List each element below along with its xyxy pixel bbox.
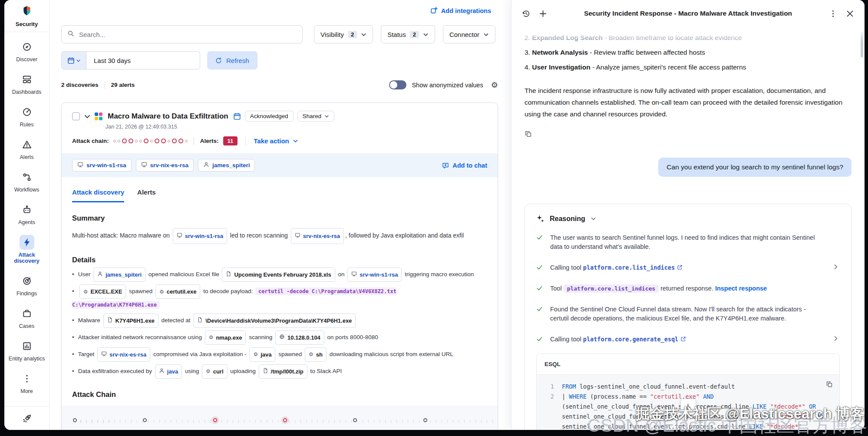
rocket-icon[interactable]: [4, 406, 49, 430]
reasoning-header[interactable]: Reasoning: [536, 215, 840, 223]
stage-label: Initial Access: [213, 429, 283, 430]
tab-alerts[interactable]: Alerts: [137, 188, 156, 202]
entity-badge-james-spiteri[interactable]: james_spiteri: [198, 159, 255, 172]
inline-badge-srv-win-s1-rsa[interactable]: srv-win-s1-rsa: [347, 268, 402, 282]
badge-label: K7Y4P6H1.exe: [116, 315, 155, 327]
stage-node: [143, 418, 147, 422]
inline-badge-10-128-0-104[interactable]: 10.128.0.104: [275, 330, 324, 345]
sidebar-item-rules[interactable]: Rules: [4, 100, 49, 132]
date-picker-button[interactable]: [61, 51, 86, 69]
divider: [245, 137, 246, 145]
collapse-chevron-icon[interactable]: [84, 113, 91, 120]
inline-badge--tmp-l00t-zip[interactable]: /tmp/l00t.zip: [259, 364, 307, 379]
gear-icon: ⚙: [253, 352, 258, 357]
security-logo-block[interactable]: Security: [4, 0, 49, 32]
inline-badge-sh[interactable]: ⚙sh: [305, 347, 327, 362]
sidebar-item-workflows[interactable]: Workflows: [4, 165, 49, 198]
alerts-count: 29 alerts: [111, 82, 135, 88]
inline-badge--device-harddiskvolume3-programdata-k7y4p6h1-exe[interactable]: \Device\HarddiskVolume3\ProgramData\K7Y4…: [193, 314, 356, 328]
check-icon: [536, 234, 543, 251]
filter-status[interactable]: Status2: [381, 25, 435, 43]
inline-badge-java[interactable]: java: [155, 364, 182, 379]
line-number: 2: [543, 392, 554, 402]
text-segment: compromised via Java exploitation -: [152, 351, 248, 357]
date-range-value[interactable]: Last 30 days: [86, 51, 200, 69]
user-message-bubble: Can you extend your log search to my sen…: [658, 158, 851, 177]
scrollbar-thumb[interactable]: [861, 30, 863, 57]
anonymized-toggle[interactable]: [389, 80, 406, 89]
reasoning-item-text: Found the Sentinel One Cloud Funnel data…: [550, 305, 825, 323]
history-icon[interactable]: [522, 10, 530, 18]
alerts-count-badge[interactable]: 11: [223, 136, 238, 145]
inline-badge-curl[interactable]: ⚙curl: [202, 364, 228, 379]
tab-attack-discovery[interactable]: Attack discovery: [72, 188, 124, 202]
entity-badge-srv-nix-es-rsa[interactable]: srv-nix-es-rsa: [136, 159, 194, 172]
sidebar-item-more[interactable]: More: [4, 367, 49, 399]
sidebar-item-findings[interactable]: Findings: [4, 269, 49, 301]
entity-label: srv-nix-es-rsa: [150, 162, 189, 168]
sidebar-item-cases[interactable]: Cases: [4, 301, 49, 334]
attack-discovery-ai-icon: [95, 112, 102, 120]
sidebar-item-label: Cases: [19, 323, 34, 329]
add-to-chat-button[interactable]: Add to chat: [442, 162, 487, 169]
date-row: Last 30 days Refresh: [61, 51, 498, 69]
reasoning-card: Reasoning The user wants to search Senti…: [525, 204, 851, 430]
inline-badge-srv-nix-es-rsa[interactable]: srv-nix-es-rsa: [97, 347, 150, 362]
esql-copy-icon[interactable]: [826, 381, 833, 391]
code-text: sentinel_one_cloud_funnel.event.tgt.proc…: [562, 422, 802, 430]
sidebar-item-alerts[interactable]: Alerts: [4, 132, 49, 165]
inline-badge-nmap-exe[interactable]: ⚙nmap.exe: [205, 330, 246, 345]
close-icon[interactable]: [846, 10, 854, 18]
search-box[interactable]: [61, 25, 303, 43]
chain-dot: [129, 139, 133, 143]
inline-badge-excel-exe[interactable]: ⚙EXCEL.EXE: [79, 284, 126, 299]
tool-call-link-platform-core-generate-esql[interactable]: platform.core.generate_esql: [583, 336, 686, 343]
reasoning-item-text: The user wants to search Sentinel funnel…: [550, 233, 825, 251]
sidebar-app-label: Security: [16, 21, 38, 27]
inline-badge-james-spiteri[interactable]: james_spiteri: [93, 268, 145, 282]
status-badge[interactable]: Acknowledged: [245, 111, 294, 122]
discovery-checkbox[interactable]: [72, 112, 80, 120]
new-conversation-icon[interactable]: [539, 10, 547, 18]
line-number: [543, 412, 554, 422]
shared-badge[interactable]: Shared: [297, 111, 335, 122]
sidebar-item-entity-analytics[interactable]: Entity analytics: [4, 334, 49, 367]
reasoning-item: Found the Sentinel One Cloud Funnel data…: [536, 305, 840, 323]
inline-badge-certutil-exe[interactable]: ⚙certutil.exe: [155, 284, 200, 299]
refresh-button[interactable]: Refresh: [207, 51, 257, 69]
take-action-button[interactable]: Take action: [254, 137, 298, 145]
chevron-right-icon[interactable]: [832, 335, 839, 342]
chain-dot: [139, 140, 142, 142]
sidebar-item-dashboards[interactable]: Dashboards: [4, 67, 49, 100]
settings-gear-icon[interactable]: ⚙: [491, 81, 498, 89]
filter-visibility[interactable]: Visibility2: [314, 25, 373, 43]
inline-badge-k7y4p6h1-exe[interactable]: K7Y4P6H1.exe: [103, 314, 158, 328]
filter-connector[interactable]: Connector: [443, 25, 495, 43]
entity-badge-srv-win-s1-rsa[interactable]: srv-win-s1-rsa: [72, 159, 132, 172]
search-input[interactable]: [78, 30, 297, 39]
line-number: [543, 402, 554, 412]
inline-badge-upcoming-events-february-2018-xls[interactable]: Upcoming Events February 2018.xls: [222, 268, 335, 282]
chevron-right-icon[interactable]: [832, 264, 839, 270]
add-integrations-button[interactable]: Add integrations: [430, 7, 491, 15]
text-segment: to decode payload:: [201, 288, 254, 294]
tool-call-link-platform-core-list-indices[interactable]: platform.core.list_indices: [583, 264, 683, 271]
agents-icon: [20, 202, 34, 217]
gear-icon: ⚙: [83, 289, 88, 294]
stage-resource-development: Resource Development: [143, 418, 213, 430]
scroll-to-bottom-button[interactable]: [680, 399, 696, 414]
chain-dot: [135, 140, 138, 142]
inspect-response-link[interactable]: Inspect response: [715, 285, 767, 292]
kebab-menu-icon[interactable]: [829, 10, 837, 18]
copy-icon[interactable]: [525, 130, 532, 138]
badge-label: nmap.exe: [216, 332, 242, 344]
sidebar-item-attack-discovery[interactable]: Attack discovery: [4, 230, 49, 269]
sidebar-item-discover[interactable]: Discover: [4, 35, 49, 67]
schedule-calendar-icon[interactable]: [233, 112, 241, 120]
entity-icon: [20, 339, 34, 353]
inline-badge-srv-win-s1-rsa[interactable]: srv-win-s1-rsa: [173, 228, 227, 244]
sidebar-item-agents[interactable]: Agents: [4, 198, 49, 230]
inline-badge-java[interactable]: ⚙java: [249, 347, 275, 362]
inline-badge-srv-nix-es-rsa[interactable]: srv-nix-es-rsa: [291, 228, 344, 244]
doc-icon: [197, 315, 203, 327]
